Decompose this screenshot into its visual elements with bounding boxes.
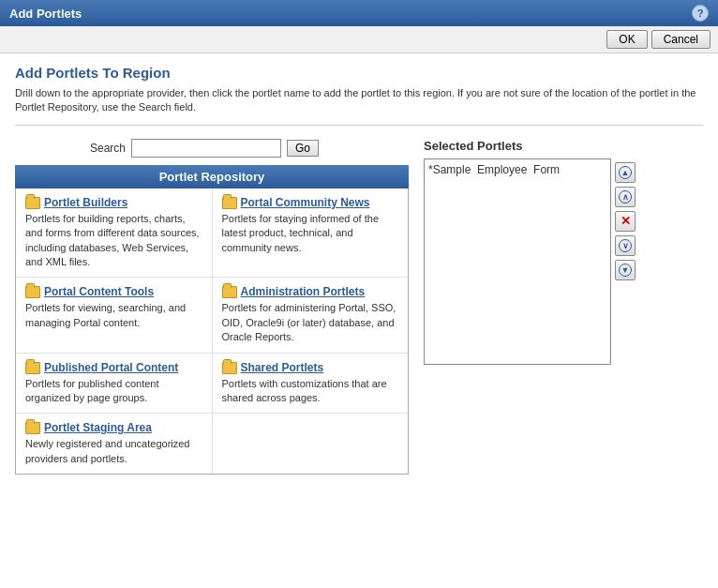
side-buttons: ▲ ∧ ✕ ∨ ▼ [615,158,636,365]
published-content-link-row: Published Portal Content [25,361,202,374]
portlet-builders-link[interactable]: Portlet Builders [44,196,127,209]
content-tools-desc: Portlets for viewing, searching, and man… [25,301,202,330]
portlet-builders-desc: Portlets for building reports, charts, a… [25,212,202,270]
move-up-button[interactable]: ∧ [615,187,636,207]
community-news-desc: Portlets for staying informed of the lat… [222,212,399,255]
repo-row-4: Portlet Staging Area Newly registered an… [16,414,408,474]
staging-area-link-row: Portlet Staging Area [25,421,202,434]
right-column: Selected Portlets *Sample Employee Form … [424,139,703,475]
folder-icon-admin-portlets [222,286,237,298]
shared-portlets-link-row: Shared Portlets [222,361,399,374]
published-content-desc: Portlets for published content organized… [25,377,202,406]
move-bottom-button[interactable]: ▼ [615,260,636,280]
cancel-button[interactable]: Cancel [651,30,711,49]
shared-portlets-desc: Portlets with customizations that are sh… [222,377,399,406]
title-bar: Add Portlets ? [0,0,718,26]
repo-cell-admin-portlets: Administration Portlets Portlets for adm… [213,278,409,352]
delete-button[interactable]: ✕ [615,211,636,232]
search-label: Search [90,142,126,155]
repo-cell-published-content: Published Portal Content Portlets for pu… [16,354,213,414]
ok-button[interactable]: OK [606,30,647,49]
folder-icon-community-news [222,197,237,209]
repository-header: Portlet Repository [15,165,409,188]
repo-cell-staging-area: Portlet Staging Area Newly registered an… [16,414,213,474]
main-content: Add Portlets To Region Drill down to the… [0,53,718,486]
repo-cell-community-news: Portal Community News Portlets for stayi… [213,188,409,278]
repo-cell-portlet-builders: Portlet Builders Portlets for building r… [16,188,213,278]
published-content-link[interactable]: Published Portal Content [44,361,178,374]
content-tools-link[interactable]: Portal Content Tools [44,285,154,298]
community-news-link[interactable]: Portal Community News [241,196,370,209]
top-button-bar: OK Cancel [0,26,718,53]
go-button[interactable]: Go [287,140,319,157]
page-description: Drill down to the appropriate provider, … [15,86,703,126]
selected-item: *Sample Employee Form [428,163,606,176]
page-title: Add Portlets To Region [15,65,703,81]
columns-layout: Search Go Portlet Repository Portlet Bui… [15,139,703,475]
admin-portlets-link-row: Administration Portlets [222,285,399,298]
folder-icon-portlet-builders [25,197,40,209]
folder-icon-staging-area [25,422,40,434]
dialog-title: Add Portlets [9,7,82,21]
folder-icon-content-tools [25,286,40,298]
selected-portlets-list[interactable]: *Sample Employee Form [424,158,611,365]
community-news-link-row: Portal Community News [222,196,399,209]
admin-portlets-link[interactable]: Administration Portlets [241,285,366,298]
left-column: Search Go Portlet Repository Portlet Bui… [15,139,409,475]
admin-portlets-desc: Portlets for administering Portal, SSO, … [222,301,399,344]
shared-portlets-link[interactable]: Shared Portlets [241,361,324,374]
content-tools-link-row: Portal Content Tools [25,285,202,298]
search-row: Search Go [15,139,409,158]
portlet-repository: Portlet Repository Portlet Builders Port… [15,165,409,475]
repo-cell-content-tools: Portal Content Tools Portlets for viewin… [16,278,213,352]
move-down-button[interactable]: ∨ [615,235,636,256]
portlet-builders-link-row: Portlet Builders [25,196,202,209]
folder-icon-shared-portlets [222,362,237,374]
repo-row-2: Portal Content Tools Portlets for viewin… [16,278,408,353]
repo-cell-empty [213,414,409,474]
search-input[interactable] [131,139,281,158]
help-icon[interactable]: ? [692,5,709,22]
repo-row-1: Portlet Builders Portlets for building r… [16,188,408,279]
selected-portlets-title: Selected Portlets [424,139,703,153]
move-top-button[interactable]: ▲ [615,162,636,183]
folder-icon-published-content [25,362,40,374]
repository-grid: Portlet Builders Portlets for building r… [15,188,409,475]
repo-cell-shared-portlets: Shared Portlets Portlets with customizat… [213,354,409,414]
staging-area-desc: Newly registered and uncategorized provi… [25,437,202,466]
selected-area: *Sample Employee Form ▲ ∧ ✕ ∨ [424,158,703,365]
repo-row-3: Published Portal Content Portlets for pu… [16,354,408,415]
staging-area-link[interactable]: Portlet Staging Area [44,421,152,434]
